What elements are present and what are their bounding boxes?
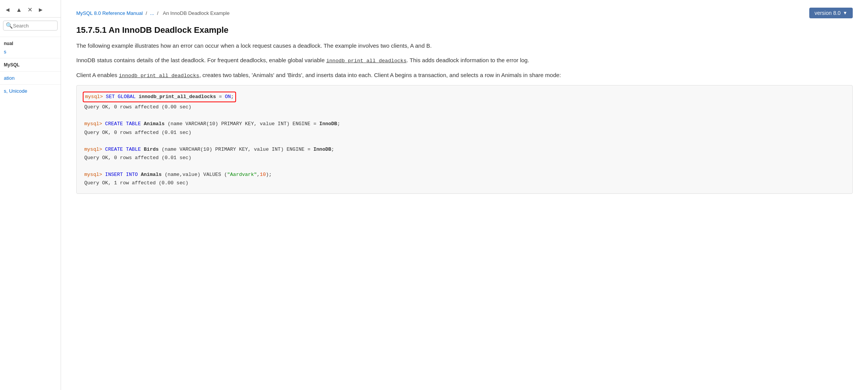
code-kw4: INSERT INTO	[105, 172, 138, 177]
chevron-down-icon: ▼	[843, 10, 847, 16]
breadcrumb-manual-link[interactable]: MySQL 8.0 Reference Manual	[76, 10, 143, 16]
code-kw2: CREATE TABLE	[105, 121, 141, 127]
code-output4: Query OK, 1 row affected (0.00 sec)	[84, 180, 188, 186]
code-kw3: CREATE TABLE	[105, 147, 141, 152]
sidebar-link-s1[interactable]: s	[0, 48, 61, 56]
sidebar-label-manual: nual	[0, 39, 61, 48]
nav-forward-icon[interactable]: ►	[36, 6, 45, 14]
code-var1: innodb_print_all_deadlocks	[136, 94, 216, 100]
top-bar: MySQL 8.0 Reference Manual / ... / An In…	[76, 8, 853, 18]
code-semi1: ;	[231, 94, 234, 100]
search-box[interactable]: 🔍	[3, 21, 58, 31]
article-para3: Client A enables innodb_print_all_deadlo…	[76, 71, 853, 80]
nav-close-icon[interactable]: ✕	[26, 5, 34, 14]
para3-text-start: Client A enables	[76, 72, 119, 78]
breadcrumb-sep2: /	[157, 10, 159, 16]
sidebar-label-mysql: MySQL	[0, 61, 61, 69]
code-rest3: Birds (name VARCHAR(10) PRIMARY KEY, val…	[141, 147, 334, 152]
code-output1: Query OK, 0 rows affected (0.00 sec)	[84, 104, 191, 110]
code-rest4: Animals (name,value) VALUES ("Aardvark",…	[138, 172, 272, 177]
para3-code-innodb: innodb_print_all_deadlocks	[119, 73, 199, 79]
code-output3: Query OK, 0 rows affected (0.01 sec)	[84, 155, 191, 161]
breadcrumb-dots-link[interactable]: ...	[150, 10, 154, 16]
search-icon: 🔍	[6, 22, 13, 29]
sidebar-link-ation[interactable]: ation	[0, 74, 61, 82]
sidebar: ◄ ▲ ✕ ► 🔍 nual s MySQL ation s, Unicode	[0, 0, 61, 390]
code-highlighted-line: mysql> SET GLOBAL innodb_print_all_deadl…	[83, 92, 236, 102]
sidebar-divider	[0, 37, 61, 37]
breadcrumb: MySQL 8.0 Reference Manual / ... / An In…	[76, 10, 231, 16]
code-prompt-1: mysql>	[85, 94, 106, 100]
code-rest2: Animals (name VARCHAR(10) PRIMARY KEY, v…	[141, 121, 340, 127]
sidebar-divider3	[0, 71, 61, 72]
code-prompt-4: mysql>	[84, 172, 105, 177]
para3-text-end: , creates two tables, 'Animals' and 'Bir…	[199, 72, 561, 78]
code-prompt-3: mysql>	[84, 147, 105, 152]
breadcrumb-current: An InnoDB Deadlock Example	[163, 10, 230, 16]
article-body: 15.7.5.1 An InnoDB Deadlock Example The …	[76, 25, 853, 194]
version-button[interactable]: version 8.0 ▼	[809, 8, 853, 18]
code-output2: Query OK, 0 rows affected (0.01 sec)	[84, 130, 191, 135]
sidebar-divider2	[0, 58, 61, 58]
code-eq1: =	[216, 94, 225, 100]
code-block: mysql> SET GLOBAL innodb_print_all_deadl…	[77, 85, 852, 193]
code-block-wrapper: mysql> SET GLOBAL innodb_print_all_deadl…	[76, 85, 853, 194]
code-prompt-2: mysql>	[84, 121, 105, 127]
main-content: MySQL 8.0 Reference Manual / ... / An In…	[61, 0, 868, 390]
sidebar-link-unicode[interactable]: s, Unicode	[0, 87, 61, 95]
search-input[interactable]	[13, 23, 55, 29]
para2-text-end: . This adds deadlock information to the …	[407, 57, 529, 63]
sidebar-divider4	[0, 84, 61, 85]
code-val1: ON	[225, 94, 231, 100]
sidebar-top-icons: ◄ ▲ ✕ ►	[0, 4, 61, 18]
para2-text-start: InnoDB status contains details of the la…	[76, 57, 326, 63]
article-para1: The following example illustrates how an…	[76, 41, 853, 50]
code-kw1: SET GLOBAL	[106, 94, 136, 100]
nav-back-icon[interactable]: ◄	[3, 6, 12, 14]
article-para2: InnoDB status contains details of the la…	[76, 56, 853, 65]
para2-code-innodb: innodb_print_all_deadlocks	[326, 58, 407, 64]
article-title: 15.7.5.1 An InnoDB Deadlock Example	[76, 25, 853, 35]
nav-up-icon[interactable]: ▲	[14, 6, 24, 14]
version-label: version 8.0	[815, 10, 841, 16]
breadcrumb-sep1: /	[146, 10, 147, 16]
